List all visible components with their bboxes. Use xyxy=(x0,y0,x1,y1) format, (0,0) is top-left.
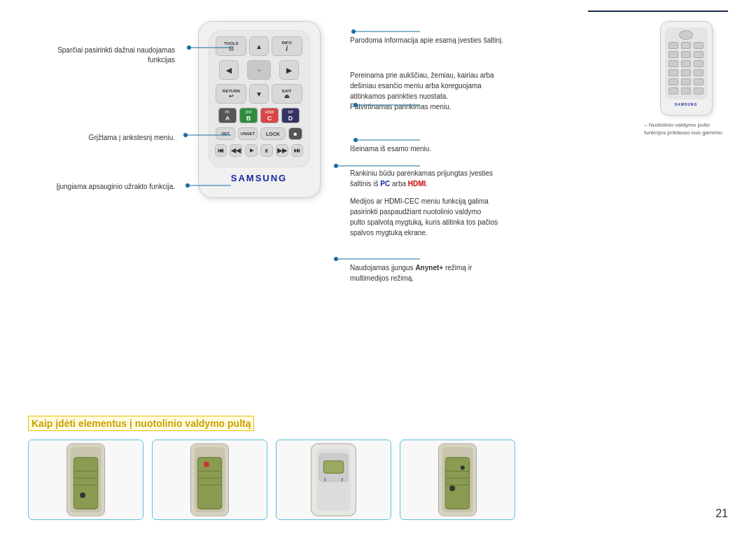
svg-rect-35 xyxy=(323,461,343,473)
return-button[interactable]: RETURN ↩ xyxy=(216,84,246,104)
row-tools: TOOLS ⊡ ▲ INFO i xyxy=(215,36,304,56)
prev-button[interactable]: ◀◀ xyxy=(230,144,242,157)
next-button[interactable]: ▶▶ xyxy=(276,144,288,157)
stop-button[interactable]: ■ xyxy=(288,127,302,140)
row-color: PC A DVI B HDMI C xyxy=(215,108,304,123)
small-btn-17[interactable] xyxy=(681,87,691,94)
exit-button[interactable]: EXIT ⏏ xyxy=(272,84,302,104)
small-btn-row-2 xyxy=(668,51,705,58)
pc-button[interactable]: PC A xyxy=(218,108,237,123)
small-btn-15[interactable] xyxy=(694,78,704,85)
small-btn-row-6 xyxy=(668,87,705,94)
row-media: ⏮ ◀◀ ▶ ⏸ ▶▶ xyxy=(215,144,304,157)
fast-forward-button[interactable]: ⏭ xyxy=(291,144,304,157)
lock-button[interactable]: LOCK xyxy=(260,127,286,140)
small-btn-row-5 xyxy=(668,78,705,85)
annotation-return: Grįžtama į ankstesnį meniu. xyxy=(63,133,175,143)
down-button[interactable]: ▼ xyxy=(249,84,269,104)
right-ann-exit: Išeinama iš esamo meniu. xyxy=(350,143,431,154)
small-btn-10[interactable] xyxy=(668,69,678,76)
pause-button[interactable]: ⏸ xyxy=(260,144,273,157)
remote-area: TOOLS ⊡ ▲ INFO i xyxy=(182,14,336,329)
small-btn-row-4 xyxy=(668,69,705,76)
battery-image-1 xyxy=(28,440,144,520)
battery-svg-4 xyxy=(400,440,514,519)
right-ann-media: Medijos ar HDMI-CEC meniu funkciją galim… xyxy=(350,196,498,238)
right-ann-anynet: Naudojamas įjungus Anynet+ režimą ir mul… xyxy=(350,262,472,283)
small-btn-8[interactable] xyxy=(681,60,691,67)
svg-point-42 xyxy=(449,486,455,491)
annotation-tools: Sparčiai pasirinkti dažnai naudojamas fu… xyxy=(49,45,175,65)
battery-svg-2 xyxy=(153,440,267,519)
small-btn-14[interactable] xyxy=(681,78,691,85)
svg-point-22 xyxy=(80,493,85,498)
small-btn-2[interactable] xyxy=(681,42,691,49)
svg-rect-38 xyxy=(445,458,469,510)
remote-control: TOOLS ⊡ ▲ INFO i xyxy=(198,21,321,198)
bottom-title: Kaip įdėti elementus į nuotolinio valdym… xyxy=(28,416,254,431)
small-btn-7[interactable] xyxy=(668,60,678,67)
dp-button[interactable]: DP D xyxy=(281,108,300,123)
small-btn-13[interactable] xyxy=(668,78,678,85)
battery-image-3 xyxy=(276,440,391,520)
remote-samsung-logo: SAMSUNG xyxy=(209,173,310,183)
small-btn-row-3 xyxy=(668,60,705,67)
right-ann-source: Rankiniu būdu parenkamas prijungtas įves… xyxy=(350,168,493,189)
small-samsung-logo: SAMSUNG xyxy=(665,102,708,106)
row-lock: SET UNSET LOCK ■ xyxy=(215,127,304,140)
small-btn-3[interactable] xyxy=(694,42,704,49)
right-annotations: Parodoma informacija apie esamą įvesties… xyxy=(336,14,644,329)
right-button[interactable]: ▶ xyxy=(279,60,299,80)
unset-button[interactable]: UNSET xyxy=(238,127,258,140)
small-remote-inner xyxy=(665,27,708,99)
small-remote-note: – Nuotolinio valdymo pulto funkcijos pri… xyxy=(644,121,728,136)
svg-rect-25 xyxy=(197,458,221,510)
left-button[interactable]: ◀ xyxy=(219,60,239,80)
rewind-button[interactable]: ⏮ xyxy=(215,144,227,157)
small-btn-12[interactable] xyxy=(694,69,704,76)
row-return: RETURN ↩ ▼ EXIT ⏏ xyxy=(215,84,304,104)
page: Sparčiai pasirinkti dažnai naudojamas fu… xyxy=(0,0,756,534)
small-btn-5[interactable] xyxy=(681,51,691,58)
right-ann-nav: Pereinama prie aukščiau, žemiau, kairiau… xyxy=(350,70,494,112)
hdmi-button[interactable]: HDMI C xyxy=(260,108,279,123)
annotation-lock: Įjungiama apsauginio užrakto funkcija. xyxy=(49,182,175,192)
svg-point-43 xyxy=(461,465,465,470)
small-btn-9[interactable] xyxy=(694,60,704,67)
battery-svg-3 xyxy=(276,440,391,519)
svg-rect-18 xyxy=(74,458,97,510)
small-btn-11[interactable] xyxy=(681,69,691,76)
small-btn-18[interactable] xyxy=(694,87,704,94)
page-number: 21 xyxy=(715,507,728,520)
battery-svg-1 xyxy=(29,440,143,519)
battery-image-2 xyxy=(152,440,267,520)
play-button[interactable]: ▶ xyxy=(245,144,258,157)
small-btn-1[interactable] xyxy=(668,42,678,49)
small-btn-16[interactable] xyxy=(668,87,678,94)
tools-button[interactable]: TOOLS ⊡ xyxy=(216,36,246,56)
row-nav: ◀ ↔ ▶ xyxy=(215,60,304,80)
left-annotations: Sparčiai pasirinkti dažnai naudojamas fu… xyxy=(28,14,182,329)
small-btn-4[interactable] xyxy=(668,51,678,58)
remote-wrapper: TOOLS ⊡ ▲ INFO i xyxy=(198,21,321,198)
top-divider xyxy=(588,10,728,12)
top-section: Sparčiai pasirinkti dažnai naudojamas fu… xyxy=(28,14,728,329)
right-ann-info: Parodoma informacija apie esamą įvesties… xyxy=(350,35,503,45)
svg-point-29 xyxy=(204,461,209,467)
set-button[interactable]: SET xyxy=(216,127,235,140)
battery-image-4 xyxy=(400,440,515,520)
info-button[interactable]: INFO i xyxy=(272,36,302,56)
battery-images xyxy=(28,440,728,520)
small-btn-6[interactable] xyxy=(694,51,704,58)
small-btn-row-1 xyxy=(668,42,705,49)
remote-inner: TOOLS ⊡ ▲ INFO i xyxy=(209,30,310,167)
up-button[interactable]: ▲ xyxy=(249,36,269,56)
small-remote: SAMSUNG xyxy=(660,21,713,115)
dvi-button[interactable]: DVI B xyxy=(239,108,258,123)
bottom-section: Kaip įdėti elementus į nuotolinio valdym… xyxy=(28,416,728,520)
small-remote-container: SAMSUNG – Nuotolinio valdymo pulto funkc… xyxy=(644,14,728,329)
ok-button[interactable]: ↔ xyxy=(247,60,271,80)
